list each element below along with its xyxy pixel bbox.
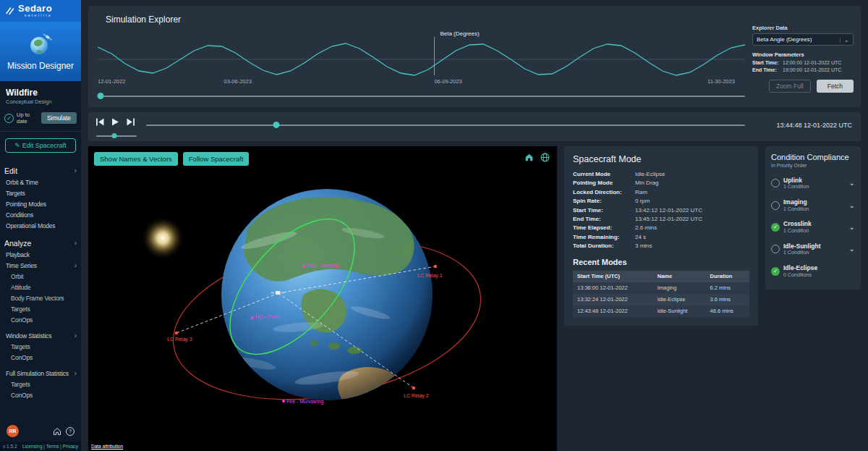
sidebar-item-operational-modes[interactable]: Operational Modes (0, 220, 81, 231)
compliance-item-idle-eclipse[interactable]: ✓Idle-Eclipse0 Conditions (771, 261, 855, 282)
sidebar-item-targets[interactable]: Targets (0, 379, 81, 389)
skip-to-end-button[interactable] (127, 118, 135, 126)
playback-speed-slider[interactable] (96, 132, 137, 139)
playback-timeline-slider[interactable] (146, 121, 745, 129)
field-locked-direction: Locked Direction:Ram (573, 189, 749, 196)
sidebar-item-targets[interactable]: Targets (0, 341, 81, 352)
simulate-button[interactable]: Simulate (41, 112, 77, 124)
start-time-label: Start Time: (752, 60, 783, 65)
condition-compliance-panel: Condition Compliance In Priority Order U… (765, 146, 861, 290)
home-view-icon[interactable] (524, 153, 534, 162)
timeline-slider-handle[interactable] (273, 122, 279, 128)
sedaro-logo-icon (5, 6, 15, 16)
mission-designer-banner: Mission Designer (0, 22, 81, 81)
compliance-item-crosslink[interactable]: ✓Crosslink1 Condition⌄ (771, 216, 855, 238)
logo-subtitle: satellite (18, 14, 52, 18)
compliance-item-count: 1 Condition (783, 228, 846, 235)
fetch-button[interactable]: Fetch (817, 80, 854, 93)
sidebar-item-edit[interactable]: Edit› (0, 164, 81, 177)
field-spin-rate: Spin Rate:0 rpm (573, 198, 749, 205)
sidebar-item-time-series[interactable]: Time Series› (0, 260, 81, 271)
x-tick-label: 03-06-2023 (224, 78, 252, 85)
target-label-lc-relay-2: LC Relay 2 (404, 393, 429, 398)
compliance-item-imaging[interactable]: Imaging1 Condition⌄ (771, 194, 855, 216)
sidebar-item-targets[interactable]: Targets (0, 303, 81, 314)
viewport-3d[interactable]: Show Names & VectorsFollow Spacecraft Fi… (88, 146, 557, 451)
sidebar-item-label: Window Statistics (6, 332, 75, 340)
sidebar-item-conops[interactable]: ConOps (0, 352, 81, 363)
sidebar-item-label: Targets (11, 381, 77, 388)
sidebar-item-body-frame-vectors[interactable]: Body Frame Vectors (0, 292, 81, 303)
skip-to-start-button[interactable] (96, 118, 104, 126)
simulation-status-row: ✓ Up to date Simulate (0, 107, 81, 130)
table-row[interactable]: 13:36:00 12-01-2022Imaging6.2 mins (573, 282, 749, 294)
footer-links[interactable]: Licensing | Terms | Privacy (22, 444, 78, 449)
field-start-time: Start Time:13:42:12 12-01-2022 UTC (573, 207, 749, 214)
globe-satellite-icon (27, 32, 54, 56)
zoom-full-button[interactable]: Zoom Full (769, 80, 811, 93)
sidebar-item-window-statistics[interactable]: Window Statistics› (0, 330, 81, 341)
compliance-item-count: 1 Condition (783, 206, 846, 213)
field-label: Pointing Mode (573, 180, 635, 187)
table-row[interactable]: 12:43:48 12-01-2022Idle-Sunlight48.6 min… (573, 305, 749, 317)
sidebar-item-targets[interactable]: Targets (0, 187, 81, 198)
compliance-item-text: Uplink1 Condition (783, 177, 846, 190)
explorer-slider-handle[interactable] (98, 93, 104, 99)
home-icon[interactable] (53, 427, 61, 436)
condition-compliance-title: Condition Compliance (771, 153, 855, 161)
table-row[interactable]: 13:32:24 12-01-2022Idle-Eclipse3.6 mins (573, 294, 749, 305)
speed-slider-handle[interactable] (112, 133, 117, 138)
sidebar-item-conditions[interactable]: Conditions (0, 209, 81, 220)
sidebar-item-label: Operational Modes (6, 222, 77, 229)
beta-angle-chart[interactable]: Beta (Degrees) 12-01-202203-06-202306-09… (98, 30, 745, 84)
sidebar-item-conops[interactable]: ConOps (0, 314, 81, 325)
compliance-item-uplink[interactable]: Uplink1 Condition⌄ (771, 172, 855, 194)
field-value: Min Drag (635, 180, 658, 187)
status-text: Up to date (17, 111, 38, 125)
compliance-item-idle-sunlight[interactable]: Idle-Sunlight1 Condition⌄ (771, 238, 855, 260)
sidebar-item-attitude[interactable]: Attitude (0, 282, 81, 292)
sidebar-item-pointing-modes[interactable]: Pointing Modes (0, 198, 81, 209)
avatar[interactable]: RR (7, 425, 19, 437)
follow-spacecraft-button[interactable]: Follow Spacecraft (183, 152, 250, 166)
field-label: Total Duration: (573, 243, 635, 250)
chevron-right-icon: › (75, 262, 77, 269)
pencil-icon: ✎ (14, 142, 20, 149)
sedaro-logo[interactable]: Sedaro satellite (0, 0, 81, 22)
help-icon[interactable]: ? (66, 427, 75, 436)
play-button[interactable] (111, 118, 119, 126)
field-pointing-mode: Pointing ModeMin Drag (573, 180, 749, 187)
sidebar-item-playback[interactable]: Playback (0, 249, 81, 260)
recent-modes-body: 13:36:00 12-01-2022Imaging6.2 mins13:32:… (573, 282, 749, 317)
sidebar-item-orbit[interactable]: Orbit (0, 271, 81, 282)
globe-view-icon[interactable] (540, 153, 550, 162)
compliance-item-name: Idle-Eclipse (783, 264, 855, 272)
sidebar-item-analyze[interactable]: Analyze› (0, 237, 81, 249)
field-total-duration: Total Duration:3 mins (573, 243, 749, 250)
recent-modes-title: Recent Modes (573, 258, 749, 266)
show-names-vectors-button[interactable]: Show Names & Vectors (94, 152, 178, 166)
end-time-value: 19:00:00 12-01-2022 UTC (783, 67, 841, 72)
compliance-item-text: Idle-Sunlight1 Condition (783, 243, 846, 256)
slider-track (98, 96, 745, 97)
version-bar: v 1.5.2 Licensing | Terms | Privacy (0, 442, 81, 451)
series-select[interactable]: Beta Angle (Degrees) | ⌄ (752, 33, 854, 46)
data-attribution-link[interactable]: Data attribution (91, 444, 123, 449)
edit-spacecraft-button[interactable]: ✎ Edit Spacecraft (5, 138, 76, 153)
transport-controls (96, 118, 135, 126)
explorer-range-slider[interactable] (98, 92, 745, 100)
sidebar-item-label: ConOps (11, 392, 77, 399)
sidebar-item-full-simulation-statistics[interactable]: Full Simulation Statistics› (0, 368, 81, 379)
field-label: Time Remaining: (573, 234, 635, 241)
app-root: Sedaro satellite (0, 0, 868, 451)
field-value: 13:45:12 12-01-2022 UTC (635, 216, 702, 223)
end-time-row: End Time: 19:00:00 12-01-2022 UTC (752, 67, 854, 72)
chart-x-axis: 12-01-202203-06-202306-09-202311-30-2023 (98, 78, 745, 85)
sidebar-item-conops[interactable]: ConOps (0, 389, 81, 400)
priority-order-subtitle: In Priority Order (771, 163, 855, 168)
field-value: Ram (635, 189, 647, 196)
column-header: Duration (706, 271, 749, 282)
sidebar-item-orbit-time[interactable]: Orbit & Time (0, 177, 81, 187)
table-cell: 3.6 mins (706, 294, 749, 305)
field-label: Spin Rate: (573, 198, 635, 205)
